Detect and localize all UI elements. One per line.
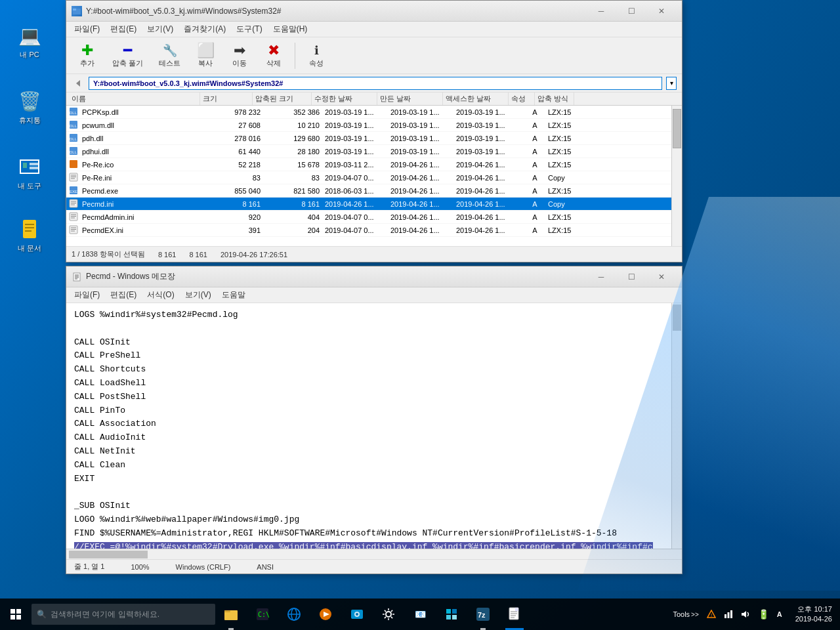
file-comp-size: 204 — [266, 226, 325, 234]
col-header-name[interactable]: 이름 — [69, 93, 200, 105]
file-titlebar[interactable]: Y:#boot-wim#boot_v5.0.3_kj.wim#Windows#S… — [66, 1, 682, 22]
notepad-scrollbar-thumb[interactable] — [673, 304, 681, 331]
tray-battery-icon[interactable]: 🔋 — [755, 608, 772, 621]
file-maximize-button[interactable]: ☐ — [616, 1, 646, 22]
toolbar-test-button[interactable]: 🔧 테스트 — [152, 40, 187, 71]
file-menu-file[interactable]: 파일(F) — [69, 22, 105, 36]
desktop-icon-recycle[interactable]: 🗑️ 휴지통 — [7, 85, 52, 128]
notepad-hscrollbar[interactable] — [66, 549, 682, 559]
file-row[interactable]: DLL pdhui.dll 61 440 28 180 2019-03-19 1… — [66, 145, 671, 158]
notepad-close-button[interactable]: ✕ — [646, 266, 677, 287]
file-row[interactable]: DLL pcwum.dll 27 608 10 210 2019-03-19 1… — [66, 119, 671, 132]
file-menu-help[interactable]: 도움말(H) — [268, 22, 313, 36]
toolbar-extract-label: 압축 풀기 — [112, 58, 143, 68]
file-row[interactable]: DLL PCPKsp.dll 978 232 352 386 2019-03-1… — [66, 106, 671, 119]
taskbar-app-settings[interactable] — [373, 598, 404, 630]
file-method: LZX:15 — [548, 226, 587, 234]
address-input[interactable]: Y:#boot-wim#boot_v5.0.3_kj.wim#Windows#S… — [89, 77, 662, 90]
file-minimize-button[interactable]: ─ — [586, 1, 616, 22]
col-header-accessed[interactable]: 액세스한 날짜 — [443, 93, 509, 105]
scrollbar-thumb[interactable] — [673, 109, 681, 148]
file-modified: 2019-03-19 1... — [325, 148, 390, 156]
start-button[interactable] — [0, 598, 32, 630]
file-addressbar: Y:#boot-wim#boot_v5.0.3_kj.wim#Windows#S… — [66, 74, 682, 93]
taskbar-app-file-explorer[interactable] — [215, 598, 247, 630]
file-row[interactable]: EXE Pecmd.exe 855 040 821 580 2018-06-03… — [66, 184, 671, 198]
desktop-icon-my-pc[interactable]: 💻 내 PC — [7, 20, 52, 62]
notepad-menu-edit[interactable]: 편집(E) — [105, 288, 142, 302]
notepad-minimize-button[interactable]: ─ — [586, 266, 616, 287]
highlighted-text: //EXEC =@!%windir%#system32#Drvload.exe … — [74, 542, 653, 549]
file-menu-tools[interactable]: 도구(T) — [231, 22, 267, 36]
notepad-title-text: Pecmd - Windows 메모장 — [86, 271, 586, 282]
tray-keyboard-icon[interactable]: A — [774, 609, 785, 620]
file-row[interactable]: PecmdAdmin.ini 920 404 2019-04-07 0... 2… — [66, 211, 671, 224]
file-close-button[interactable]: ✕ — [646, 1, 677, 22]
toolbar-delete-button[interactable]: ✖ 삭제 — [258, 40, 289, 71]
taskbar-app-photo[interactable] — [341, 598, 373, 630]
taskbar-app-terminal[interactable]: C:\ — [247, 598, 278, 630]
taskbar-app-7zip[interactable]: 7z — [467, 598, 499, 630]
notepad-line: CALL NetInit — [74, 445, 674, 459]
toolbar-add-button[interactable]: ✚ 추가 — [72, 40, 103, 71]
taskbar-clock[interactable]: 오후 10:17 2019-04-26 — [790, 604, 837, 625]
file-accessed: 2019-04-26 1... — [456, 200, 522, 208]
show-desktop-button[interactable] — [837, 598, 840, 630]
file-menu-view[interactable]: 보기(V) — [142, 22, 178, 36]
file-menu-bookmarks[interactable]: 즐겨찾기(A) — [178, 22, 231, 36]
recycle-icon: 🗑️ — [16, 88, 43, 114]
file-row[interactable]: PecmdEX.ini 391 204 2019-04-07 0... 2019… — [66, 224, 671, 237]
file-row[interactable]: Pe-Re.ico 52 218 15 678 2019-03-11 2... … — [66, 158, 671, 171]
tray-network-icon[interactable] — [721, 608, 736, 620]
taskbar-app-ie[interactable] — [278, 598, 310, 630]
toolbar-copy-button[interactable]: ⬜ 복사 — [190, 40, 221, 71]
file-menu-edit[interactable]: 편집(E) — [105, 22, 142, 36]
desktop-icon-device[interactable]: 내 도구 — [7, 151, 52, 194]
taskbar-app-7[interactable]: 📧 — [404, 598, 436, 630]
toolbar-extract-button[interactable]: ━ 압축 풀기 — [106, 40, 150, 71]
file-list[interactable]: DLL PCPKsp.dll 978 232 352 386 2019-03-1… — [66, 106, 682, 246]
file-modified: 2019-04-26 1... — [325, 200, 390, 208]
hscroll-thumb[interactable] — [69, 551, 148, 558]
toolbar-props-button[interactable]: ℹ 속성 — [301, 40, 332, 71]
notepad-menu-help[interactable]: 도움말 — [217, 288, 251, 302]
col-header-created[interactable]: 만든 날짜 — [377, 93, 443, 105]
file-size: 978 232 — [213, 108, 266, 116]
file-icon — [69, 159, 79, 170]
col-header-attr[interactable]: 속성 — [509, 93, 535, 105]
notepad-titlebar[interactable]: Pecmd - Windows 메모장 ─ ☐ ✕ — [66, 266, 682, 287]
file-name: pdhui.dll — [82, 148, 213, 156]
address-dropdown[interactable]: ▾ — [666, 77, 677, 90]
col-header-comp[interactable]: 압축된 크기 — [253, 93, 312, 105]
file-scrollbar[interactable] — [671, 106, 682, 246]
statusbar-selection: 1 / 1838 항목이 선택됨 — [72, 249, 145, 259]
taskbar-app-media[interactable] — [310, 598, 341, 630]
file-comp-size: 352 386 — [266, 108, 325, 116]
notepad-content[interactable]: LOGS %windir%#system32#Pecmd.log CALL OS… — [66, 303, 682, 549]
file-row[interactable]: Pe-Re.ini 83 83 2019-04-07 0... 2019-04-… — [66, 171, 671, 184]
notepad-menu-format[interactable]: 서식(O) — [142, 288, 179, 302]
tray-notification-icon[interactable]: ! — [704, 608, 719, 620]
col-header-method[interactable]: 압축 방식 — [535, 93, 574, 105]
col-header-size[interactable]: 크기 — [200, 93, 253, 105]
tray-sound-icon[interactable] — [738, 608, 753, 620]
taskbar-search[interactable]: 🔍 검색하려면 여기에 입력하세요. — [32, 604, 215, 625]
toolbar-copy-label: 복사 — [198, 58, 213, 68]
notepad-menu-file[interactable]: 파일(F) — [69, 288, 105, 302]
toolbar-add-icon: ✚ — [81, 43, 93, 58]
addr-back-button[interactable] — [72, 77, 85, 90]
notepad-maximize-button[interactable]: ☐ — [616, 266, 646, 287]
svg-rect-3 — [30, 167, 39, 169]
notepad-menu-view[interactable]: 보기(V) — [180, 288, 217, 302]
desktop-icon-docs[interactable]: 내 문서 — [7, 213, 52, 256]
svg-text:7z: 7z — [478, 611, 486, 619]
tray-tools-label[interactable]: Tools >> — [670, 609, 701, 620]
taskbar-app-8[interactable] — [436, 598, 467, 630]
col-header-modified[interactable]: 수정한 날짜 — [312, 93, 377, 105]
file-icon — [69, 199, 79, 209]
notepad-scrollbar[interactable] — [671, 303, 682, 549]
taskbar-app-notepad[interactable] — [499, 598, 530, 630]
toolbar-move-button[interactable]: ➡ 이동 — [224, 40, 255, 71]
file-row[interactable]: Pecmd.ini 8 161 8 161 2019-04-26 1... 20… — [66, 198, 671, 211]
file-row[interactable]: DLL pdh.dll 278 016 129 680 2019-03-19 1… — [66, 132, 671, 145]
